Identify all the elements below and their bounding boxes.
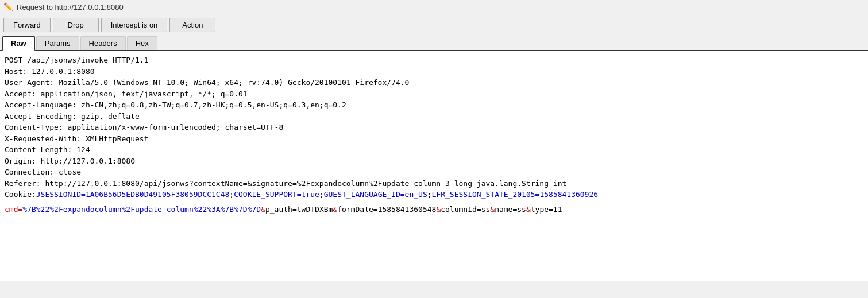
post-cmd-key: cmd= — [5, 205, 22, 214]
drop-button[interactable]: Drop — [53, 18, 99, 32]
title-bar: ✏️ Request to http://127.0.0.1:8080 — [0, 0, 868, 14]
header-line-11: Connection: close — [5, 167, 863, 178]
post-amp-4: & — [490, 205, 495, 214]
cookie-sep-1: ; — [229, 189, 234, 200]
header-line-9: Content-Length: 124 — [5, 144, 863, 156]
cookie-guest-lang: GUEST_LANGUAGE_ID=en_US — [324, 189, 427, 200]
post-cmd-value: %7B%22%2Fexpandocolumn%2Fupdate-column%2… — [22, 205, 261, 214]
pencil-icon: ✏️ — [3, 2, 13, 11]
cookie-jsessionid: JSESSIONID=1A06B56D5EDB0D49105F38059DCC1… — [36, 189, 230, 200]
header-line-3: User-Agent: Mozilla/5.0 (Windows NT 10.0… — [5, 77, 863, 88]
toolbar: Forward Drop Intercept is on Action — [0, 14, 868, 36]
header-line-6: Accept-Encoding: gzip, deflate — [5, 111, 863, 122]
tab-raw[interactable]: Raw — [2, 36, 35, 51]
post-formdate: formDate=1585841360548 — [337, 205, 436, 214]
intercept-button[interactable]: Intercept is on — [101, 18, 168, 32]
action-button[interactable]: Action — [169, 18, 215, 32]
content-area: POST /api/jsonws/invoke HTTP/1.1 Host: 1… — [0, 51, 868, 281]
cookie-sep-2: ; — [319, 189, 324, 200]
post-type: type=11 — [531, 205, 562, 214]
post-name: name=ss — [495, 205, 526, 214]
post-pauth: p_auth=twDTDXBm — [265, 205, 333, 214]
post-data-line: cmd=%7B%22%2Fexpandocolumn%2Fupdate-colu… — [5, 204, 863, 215]
tab-hex[interactable]: Hex — [127, 36, 157, 50]
title-bar-text: Request to http://127.0.0.1:8080 — [17, 3, 124, 11]
post-columnid: columnId=ss — [441, 205, 490, 214]
cookie-lfr-session: LFR_SESSION_STATE_20105=1585841360926 — [432, 189, 599, 200]
tab-headers[interactable]: Headers — [80, 36, 126, 50]
post-amp-1: & — [261, 205, 265, 214]
header-line-1: POST /api/jsonws/invoke HTTP/1.1 — [5, 55, 863, 66]
header-line-7: Content-Type: application/x-www-form-url… — [5, 122, 863, 133]
tab-params[interactable]: Params — [36, 36, 79, 50]
post-amp-5: & — [526, 205, 531, 214]
forward-button[interactable]: Forward — [3, 18, 51, 32]
cookie-sep-3: ; — [427, 189, 432, 200]
header-line-4: Accept: application/json, text/javascrip… — [5, 88, 863, 100]
cookie-support: COOKIE_SUPPORT=true — [234, 189, 319, 200]
cookie-label: Cookie: — [5, 189, 36, 200]
header-line-8: X-Requested-With: XMLHttpRequest — [5, 133, 863, 145]
header-line-12: Referer: http://127.0.0.1:8080/api/jsonw… — [5, 178, 863, 189]
header-line-2: Host: 127.0.0.1:8080 — [5, 66, 863, 78]
header-line-10: Origin: http://127.0.0.1:8080 — [5, 156, 863, 167]
header-line-5: Accept-Language: zh-CN,zh;q=0.8,zh-TW;q=… — [5, 99, 863, 111]
tabs-bar: Raw Params Headers Hex — [0, 36, 868, 51]
cookie-line: Cookie: JSESSIONID=1A06B56D5EDB0D49105F3… — [5, 189, 863, 200]
